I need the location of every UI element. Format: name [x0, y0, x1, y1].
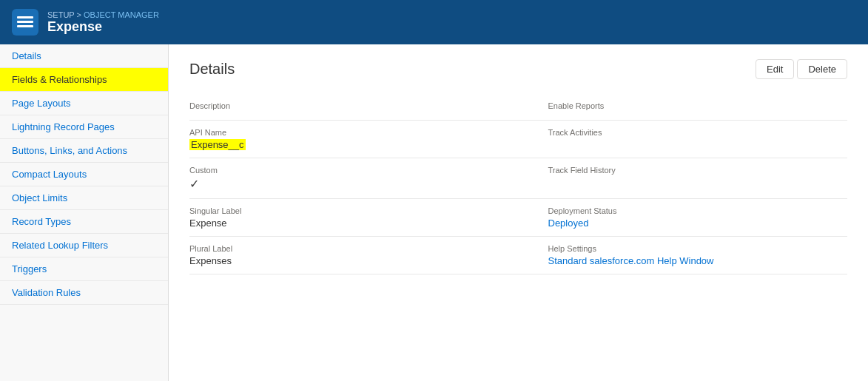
help-settings-label: Help Settings: [548, 244, 848, 253]
api-name-value: Expense__c: [189, 139, 489, 150]
details-title: Details: [189, 61, 235, 78]
sidebar-item-page-layouts[interactable]: Page Layouts: [0, 92, 168, 115]
app-header: SETUP > OBJECT MANAGER Expense: [0, 0, 868, 44]
page-title: Expense: [47, 19, 159, 35]
sidebar-item-lightning-record-pages[interactable]: Lightning Record Pages: [0, 115, 168, 139]
track-field-history-label: Track Field History: [548, 166, 848, 175]
edit-button[interactable]: Edit: [756, 59, 794, 79]
api-name-highlight: Expense__c: [189, 139, 246, 150]
help-settings-value: Standard salesforce.com Help Window: [548, 255, 848, 266]
delete-button[interactable]: Delete: [797, 59, 847, 79]
svg-rect-1: [17, 21, 33, 23]
breadcrumb-separator: >: [77, 10, 84, 19]
header-text: SETUP > OBJECT MANAGER Expense: [47, 10, 159, 35]
field-track-activities: Track Activities: [519, 121, 848, 158]
breadcrumb-manager[interactable]: OBJECT MANAGER: [84, 10, 159, 19]
description-label: Description: [189, 101, 489, 110]
plural-label-value: Expenses: [189, 255, 489, 266]
deployment-status-label: Deployment Status: [548, 206, 848, 215]
singular-label-label: Singular Label: [189, 206, 489, 215]
api-name-label: API Name: [189, 128, 489, 137]
field-api-name: API Name Expense__c: [189, 121, 519, 158]
sidebar: Details Fields & Relationships Page Layo…: [0, 44, 169, 381]
sidebar-item-related-lookup-filters[interactable]: Related Lookup Filters: [0, 234, 168, 257]
sidebar-item-fields-relationships[interactable]: Fields & Relationships: [0, 68, 168, 92]
breadcrumb: SETUP > OBJECT MANAGER: [47, 10, 159, 19]
action-buttons: Edit Delete: [756, 59, 847, 79]
field-track-field-history: Track Field History: [519, 158, 848, 199]
details-header: Details Edit Delete: [189, 59, 847, 79]
field-plural-label: Plural Label Expenses: [189, 237, 519, 274]
svg-rect-0: [17, 16, 33, 18]
singular-label-value: Expense: [189, 218, 489, 229]
fields-grid: Description Enable Reports API Name Expe…: [189, 94, 847, 274]
track-activities-label: Track Activities: [548, 128, 848, 137]
app-icon: [12, 9, 38, 36]
field-help-settings: Help Settings Standard salesforce.com He…: [519, 237, 848, 274]
deployment-status-value: Deployed: [548, 218, 848, 229]
main-content: Details Edit Delete Description Enable R…: [169, 44, 868, 381]
plural-label-label: Plural Label: [189, 244, 489, 253]
sidebar-item-buttons-links-actions[interactable]: Buttons, Links, and Actions: [0, 139, 168, 163]
enable-reports-label: Enable Reports: [548, 101, 848, 110]
custom-value: ✓: [189, 177, 489, 191]
field-deployment-status: Deployment Status Deployed: [519, 199, 848, 237]
sidebar-item-details[interactable]: Details: [0, 44, 168, 68]
sidebar-item-validation-rules[interactable]: Validation Rules: [0, 281, 168, 305]
field-description: Description: [189, 94, 519, 121]
sidebar-item-object-limits[interactable]: Object Limits: [0, 186, 168, 210]
sidebar-item-compact-layouts[interactable]: Compact Layouts: [0, 163, 168, 186]
breadcrumb-setup: SETUP: [47, 10, 74, 19]
main-layout: Details Fields & Relationships Page Layo…: [0, 44, 868, 381]
field-enable-reports: Enable Reports: [519, 94, 848, 121]
svg-rect-2: [17, 25, 33, 27]
sidebar-item-record-types[interactable]: Record Types: [0, 210, 168, 234]
field-custom: Custom ✓: [189, 158, 519, 199]
field-singular-label: Singular Label Expense: [189, 199, 519, 237]
custom-label: Custom: [189, 166, 489, 175]
sidebar-item-triggers[interactable]: Triggers: [0, 257, 168, 281]
